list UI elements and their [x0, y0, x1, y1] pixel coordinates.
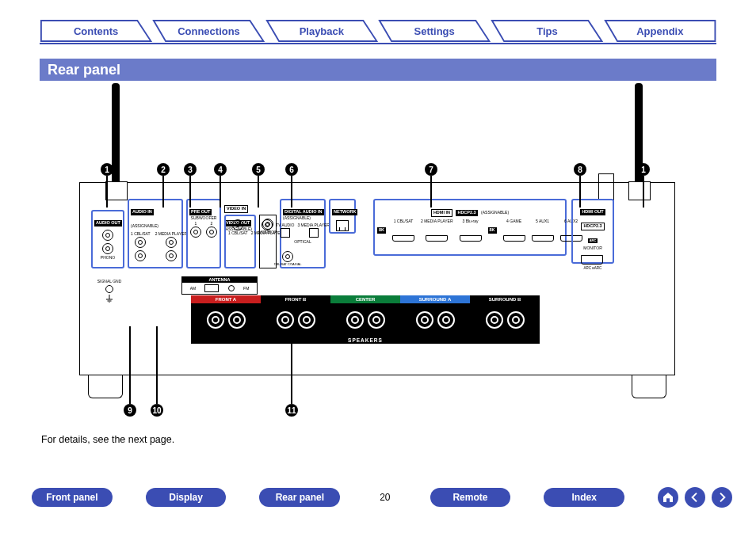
- label-subwoofer: SUBWOOFER: [189, 216, 218, 220]
- label-hdcp: HDCP2.3: [456, 210, 477, 216]
- label: 5 AUX1: [536, 219, 549, 223]
- antenna-stub: [598, 173, 614, 200]
- rca-jack: [135, 250, 146, 261]
- label: 4 GAME: [506, 219, 521, 223]
- btn-index[interactable]: Index: [544, 488, 624, 507]
- callout-1: 1: [637, 163, 650, 176]
- tab-contents[interactable]: Contents: [40, 19, 152, 43]
- tab-settings[interactable]: Settings: [378, 19, 491, 43]
- fm-terminal: [228, 285, 235, 291]
- chassis-foot: [88, 375, 123, 398]
- hdmi-port: [581, 255, 603, 265]
- rca-jack: [135, 237, 146, 248]
- speaker-header: FRONT B: [261, 295, 330, 303]
- speaker-terminals: FRONT AFRONT BCENTERSURROUND ASURROUND B…: [191, 295, 540, 344]
- ground-terminal: [105, 285, 113, 293]
- binding-post: [507, 311, 525, 329]
- hdmi-in-group: HDMI IN HDCP2.3 (ASSIGNABLE) 8K 1 CBL/SA…: [373, 199, 567, 256]
- hdmi-out-group: HDMI OUT HDCP2.3 ARC MONITOR ARC eARC: [571, 199, 614, 264]
- binding-post: [437, 311, 455, 329]
- callout-9: 9: [124, 404, 136, 417]
- audio-out-group: AUDIO OUT PHONO: [91, 210, 124, 268]
- callout-5: 5: [252, 163, 265, 176]
- home-icon[interactable]: [658, 487, 678, 508]
- tab-label: Playback: [265, 19, 378, 43]
- rca-jack: [206, 227, 217, 238]
- callout-11: 11: [285, 404, 298, 417]
- rca-jack: [232, 219, 243, 230]
- label-preout: PRE OUT: [189, 209, 212, 215]
- network-group: NETWORK: [329, 199, 356, 234]
- callout-10: 10: [151, 404, 163, 417]
- callout-6: 6: [285, 163, 298, 176]
- binding-post: [207, 311, 224, 329]
- tab-label: Tips: [491, 19, 603, 43]
- label-hdmi-out: HDMI OUT: [580, 209, 605, 215]
- prev-icon[interactable]: [685, 487, 705, 508]
- video-in-group: 1 CBL/SAT 2 MEDIA PLAYER: [224, 215, 256, 268]
- tab-connections[interactable]: Connections: [152, 19, 265, 43]
- hdmi-port: [392, 235, 414, 242]
- label: 1 CBL/SAT: [131, 232, 151, 236]
- binding-post: [228, 311, 246, 329]
- optical-port: [309, 228, 319, 238]
- antenna-group: ANTENNA AM FM: [181, 276, 258, 295]
- tab-playback[interactable]: Playback: [265, 19, 378, 43]
- binding-post: [416, 311, 433, 329]
- callout-1: 1: [101, 163, 113, 176]
- preout-group: PRE OUT SUBWOOFER 1 2: [186, 199, 221, 268]
- leader-line: [291, 326, 292, 404]
- label-network: NETWORK: [332, 209, 357, 215]
- label-arc: ARC eARC: [575, 267, 611, 271]
- btn-display[interactable]: Display: [146, 488, 227, 507]
- tab-tips[interactable]: Tips: [491, 19, 603, 43]
- callout-8: 8: [574, 163, 586, 176]
- label: 1: [195, 222, 197, 226]
- callout-4: 4: [214, 163, 227, 176]
- leader-line: [220, 176, 221, 207]
- tab-label: Connections: [152, 19, 265, 43]
- rca-jack: [166, 237, 177, 248]
- rear-panel-chassis: AUDIO OUT PHONO AUDIO IN (ASSIGNABLE) 1 …: [79, 182, 675, 375]
- btn-front-panel[interactable]: Front panel: [32, 488, 113, 507]
- section-heading: Rear panel: [40, 59, 716, 81]
- page-number: 20: [373, 492, 396, 503]
- speaker-header: SURROUND B: [470, 295, 540, 303]
- binding-post: [298, 311, 315, 329]
- leader-line: [129, 326, 131, 404]
- speaker-header: CENTER: [330, 295, 400, 303]
- audio-in-group: AUDIO IN (ASSIGNABLE) 1 CBL/SAT 2 MEDIA …: [128, 199, 183, 268]
- label-signal-gnd: SIGNAL GND: [93, 280, 126, 284]
- rca-jack: [102, 243, 113, 254]
- label: 2 MEDIA PLAYER: [421, 219, 452, 223]
- tab-label: Appendix: [604, 19, 716, 43]
- label-assignable: (ASSIGNABLE): [131, 223, 158, 228]
- bottom-bar: Front panel Display Rear panel 20 Remote…: [32, 485, 732, 509]
- label: (ASSIGNABLE): [481, 210, 509, 215]
- leader-line: [162, 176, 164, 207]
- btn-remote[interactable]: Remote: [430, 488, 511, 507]
- callout-3: 3: [184, 163, 197, 176]
- am-terminal: [204, 284, 219, 292]
- rca-jack: [166, 250, 177, 261]
- label-8k: 8K: [377, 227, 386, 234]
- rca-jack: [262, 219, 273, 230]
- hdmi-port: [426, 235, 448, 242]
- label-8k: 8K: [488, 227, 497, 234]
- ethernet-port: [336, 220, 349, 231]
- label: CBL/SAT COAXIAL: [274, 263, 302, 266]
- rear-panel-diagram: AUDIO OUT PHONO AUDIO IN (ASSIGNABLE) 1 …: [48, 89, 707, 404]
- leader-line: [189, 176, 191, 207]
- label: 2 MEDIA PLAYER: [155, 232, 187, 236]
- label: 1 CBL/SAT: [228, 231, 248, 235]
- speaker-header: FRONT A: [191, 295, 261, 303]
- leader-line: [643, 176, 644, 207]
- tab-appendix[interactable]: Appendix: [604, 19, 716, 43]
- next-icon[interactable]: [712, 487, 732, 508]
- btn-rear-panel[interactable]: Rear panel: [259, 488, 340, 507]
- callout-7: 7: [425, 163, 437, 176]
- label-monitor: MONITOR: [258, 230, 277, 234]
- rca-jack: [190, 227, 201, 238]
- label: 3 MEDIA PLAYER: [297, 223, 329, 227]
- label: 1 CBL/SAT: [394, 219, 414, 223]
